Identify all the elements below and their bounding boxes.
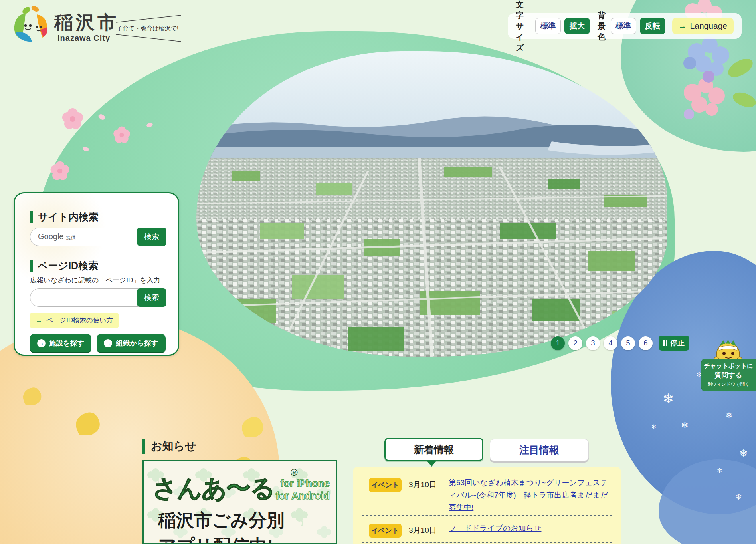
carousel-page-5[interactable]: 5 — [621, 336, 635, 350]
tab-new-information[interactable]: 新着情報 — [384, 438, 483, 461]
font-large-button[interactable]: 拡大 — [564, 18, 590, 34]
page-id-search-button[interactable]: 検索 — [137, 288, 166, 307]
find-facility-label: 施設を探す — [49, 338, 84, 348]
news-list-panel: イベント 3月10日 第53回いなざわ植木まつり~グリーンフェスティバル~(令和… — [353, 467, 621, 544]
event-badge: イベント — [369, 478, 402, 492]
stop-button-label: 停止 — [670, 338, 685, 348]
page-id-search-row: 検索 — [30, 288, 166, 307]
news-date: 3月10日 — [409, 477, 447, 493]
page-id-search-heading: ページID検索 — [30, 260, 98, 272]
site-logo[interactable]: 稲沢市 Inazawa City — [12, 5, 119, 44]
inazawa-mascot-logo-icon — [12, 5, 50, 44]
tagline-text: 子育て・教育は稲沢で! — [117, 25, 178, 32]
find-facility-button[interactable]: → 施設を探す — [30, 334, 91, 352]
font-size-label: 文字サイズ — [516, 0, 532, 53]
site-search-row: Google提供 検索 — [30, 228, 166, 246]
site-title-en: Inazawa City — [57, 34, 119, 43]
registered-trademark: ® — [291, 467, 298, 478]
chatbot-text-line1: チャットボットに — [703, 362, 754, 370]
app-caption-line1: 稲沢市ごみ分別 — [158, 508, 285, 532]
garbage-app-banner[interactable]: さんあ〜る ® for iPhone for Android 稲沢市ごみ分別 ア… — [142, 460, 337, 544]
pause-icon — [663, 340, 667, 346]
hero-aerial-photo — [196, 51, 667, 357]
panel-buttons: → 施設を探す → 組織から探す — [30, 334, 166, 352]
find-organization-button[interactable]: → 組織から探す — [97, 334, 165, 352]
news-tabs: 新着情報 注目情報 — [384, 438, 589, 461]
event-badge: イベント — [369, 524, 402, 538]
app-name-text: さんあ〜る — [152, 472, 275, 505]
site-search-button[interactable]: 検索 — [137, 228, 166, 246]
aerial-city-image — [196, 51, 667, 357]
chatbot-mascot-icon — [712, 336, 744, 361]
carousel-stop-button[interactable]: 停止 — [659, 336, 689, 351]
page-id-help-link[interactable]: → ページID検索の使い方 — [30, 313, 119, 328]
app-caption-line2: アプリ配信中! — [158, 534, 273, 544]
site-tagline: 子育て・教育は稲沢で! — [115, 14, 182, 43]
snowflake-icon: ❄ — [681, 420, 688, 431]
site-title: 稲沢市 — [54, 12, 119, 33]
news-date: 3月10日 — [409, 522, 447, 538]
snowflake-icon: ❄ — [735, 492, 742, 502]
tab-featured-information[interactable]: 注目情報 — [490, 439, 589, 461]
chatbot-button[interactable]: チャットボットに 質問する 別ウィンドウで開く — [701, 359, 756, 391]
arrow-right-icon: → — [679, 21, 687, 31]
app-platforms-text: for iPhone for Android — [276, 477, 330, 502]
news-link[interactable]: 第53回いなざわ植木まつり~グリーンフェスティバル~(令和7年度) 軽トラ市出店… — [449, 477, 612, 514]
bg-color-label: 背景色 — [598, 10, 607, 42]
news-item: イベント 3月10日 第53回いなざわ植木まつり~グリーンフェスティバル~(令和… — [353, 477, 621, 514]
snowflake-icon: ❄ — [726, 411, 732, 420]
carousel-page-1[interactable]: 1 — [551, 336, 565, 350]
snowflake-icon: ✻ — [717, 467, 722, 474]
snowflake-icon: ✻ — [651, 423, 656, 430]
hero-carousel-controls: 1 2 3 4 5 6 停止 — [551, 336, 689, 351]
dashed-divider — [362, 515, 612, 516]
page-id-hint: 広報いなざわに記載の「ページID」を入力 — [30, 276, 160, 285]
arrow-right-icon: → — [36, 316, 42, 324]
find-organization-label: 組織から探す — [116, 338, 158, 348]
search-panel: サイト内検索 Google提供 検索 ページID検索 広報いなざわに記載の「ペー… — [14, 192, 179, 356]
sakura-flowers-decoration — [48, 107, 180, 199]
page-id-help-label: ページID検索の使い方 — [46, 316, 113, 324]
carousel-page-4[interactable]: 4 — [604, 336, 617, 350]
carousel-page-6[interactable]: 6 — [639, 336, 653, 350]
news-section-heading: お知らせ — [142, 439, 196, 454]
arrow-circle-icon: → — [37, 339, 46, 347]
bg-standard-button[interactable]: 標準 — [611, 18, 636, 34]
snowflake-icon: ❄ — [663, 391, 674, 407]
language-button-label: Language — [690, 21, 727, 31]
chatbot-text-line3: 別ウィンドウで開く — [703, 381, 754, 387]
news-item: イベント 3月10日 フードドライブのお知らせ — [353, 522, 621, 538]
snowflake-icon: ❄ — [739, 447, 748, 460]
chatbot-text-line2: 質問する — [703, 371, 754, 380]
font-standard-button[interactable]: 標準 — [535, 18, 561, 34]
site-search-heading: サイト内検索 — [30, 211, 99, 223]
bg-invert-button[interactable]: 反転 — [640, 18, 665, 34]
dashed-divider — [362, 542, 612, 543]
news-link[interactable]: フードドライブのお知らせ — [449, 522, 541, 535]
carousel-page-2[interactable]: 2 — [568, 336, 582, 350]
carousel-page-3[interactable]: 3 — [586, 336, 600, 350]
arrow-circle-icon: → — [104, 339, 112, 347]
language-button[interactable]: → Language — [672, 18, 734, 34]
accessibility-toolbar: 文字サイズ 標準 拡大 背景色 標準 反転 → Language — [508, 13, 742, 39]
page-root: ❄ ❄ ✻ ✻ ❄ ❄ ✻ ❄ 稲沢市 Inazawa City 子育て・教育は… — [0, 0, 756, 544]
